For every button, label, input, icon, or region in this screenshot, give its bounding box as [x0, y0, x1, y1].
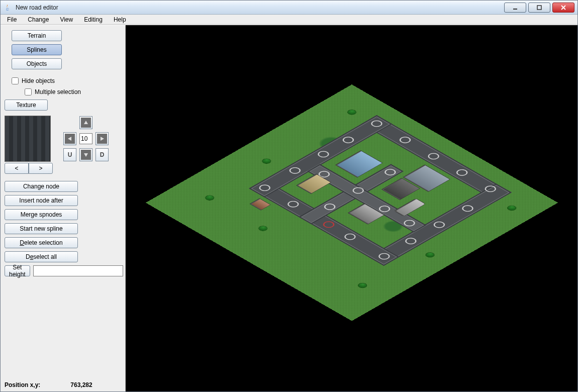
menu-file[interactable]: File — [3, 15, 21, 24]
tree — [346, 109, 357, 115]
texture-preview — [5, 116, 51, 162]
texture-next-button[interactable]: > — [29, 163, 53, 174]
svg-rect-1 — [537, 6, 541, 10]
change-node-button[interactable]: Change node — [5, 181, 78, 192]
close-button[interactable] — [552, 3, 574, 13]
svg-marker-6 — [101, 137, 104, 141]
dpad-down-button[interactable] — [79, 148, 92, 161]
viewport[interactable] — [126, 25, 577, 391]
deselect-all-button[interactable]: Deselect all — [5, 251, 78, 262]
delete-selection-button[interactable]: Delete selection — [5, 237, 78, 248]
road-segment — [248, 179, 399, 266]
menu-editing[interactable]: Editing — [79, 15, 107, 24]
mode-splines-button[interactable]: Splines — [12, 44, 62, 55]
position-label: Position x,y: — [5, 381, 40, 388]
window-title: New road editor — [16, 4, 498, 11]
menu-help[interactable]: Help — [109, 15, 131, 24]
tree — [424, 251, 436, 258]
svg-marker-5 — [68, 137, 71, 141]
dpad-left-button[interactable] — [63, 132, 76, 145]
hide-objects-checkbox[interactable] — [12, 77, 19, 84]
java-icon — [4, 4, 12, 12]
insert-node-after-button[interactable]: Insert node after — [5, 195, 78, 206]
texture-prev-button[interactable]: < — [5, 163, 29, 174]
menu-view[interactable]: View — [55, 15, 77, 24]
dpad: U D — [63, 116, 113, 162]
dpad-up-button[interactable] — [79, 116, 92, 129]
menu-change[interactable]: Change — [23, 15, 53, 24]
building — [297, 174, 330, 193]
multiple-selection-label: Multiple selection — [35, 88, 81, 95]
app-window: New road editor File Change View Editing… — [0, 0, 578, 392]
building — [250, 199, 270, 210]
dpad-u-button[interactable]: U — [63, 148, 76, 161]
mode-terrain-button[interactable]: Terrain — [12, 30, 62, 41]
tree — [257, 225, 268, 232]
svg-marker-4 — [84, 121, 88, 124]
statusbar: Position x,y: 763,282 — [5, 379, 121, 388]
minimize-button[interactable] — [504, 3, 526, 13]
tree — [506, 205, 517, 211]
mode-objects-button[interactable]: Objects — [12, 58, 62, 69]
window-controls — [502, 3, 574, 13]
position-value: 763,282 — [70, 381, 92, 388]
set-height-button[interactable]: Set height — [5, 265, 30, 276]
svg-marker-7 — [84, 153, 88, 157]
tree — [204, 194, 215, 201]
hide-objects-label: Hide objects — [22, 77, 55, 84]
dpad-d-button[interactable]: D — [95, 148, 109, 161]
texture-button[interactable]: Texture — [5, 100, 48, 111]
merge-spnodes-button[interactable]: Merge spnodes — [5, 209, 78, 220]
content-area: Terrain Splines Objects Hide objects Mul… — [1, 25, 577, 391]
multiple-selection-checkbox[interactable] — [25, 88, 32, 95]
ground-plane — [145, 84, 557, 321]
maximize-button[interactable] — [528, 3, 550, 13]
sidebar: Terrain Splines Objects Hide objects Mul… — [1, 25, 126, 391]
set-height-input[interactable] — [33, 265, 123, 276]
start-new-spline-button[interactable]: Start new spline — [5, 223, 78, 234]
iso-scene — [206, 57, 498, 348]
menubar: File Change View Editing Help — [1, 15, 577, 25]
titlebar: New road editor — [1, 1, 577, 15]
dpad-right-button[interactable] — [95, 132, 109, 145]
tree — [356, 282, 368, 288]
dpad-value-input[interactable] — [79, 133, 92, 144]
tree — [260, 158, 272, 164]
